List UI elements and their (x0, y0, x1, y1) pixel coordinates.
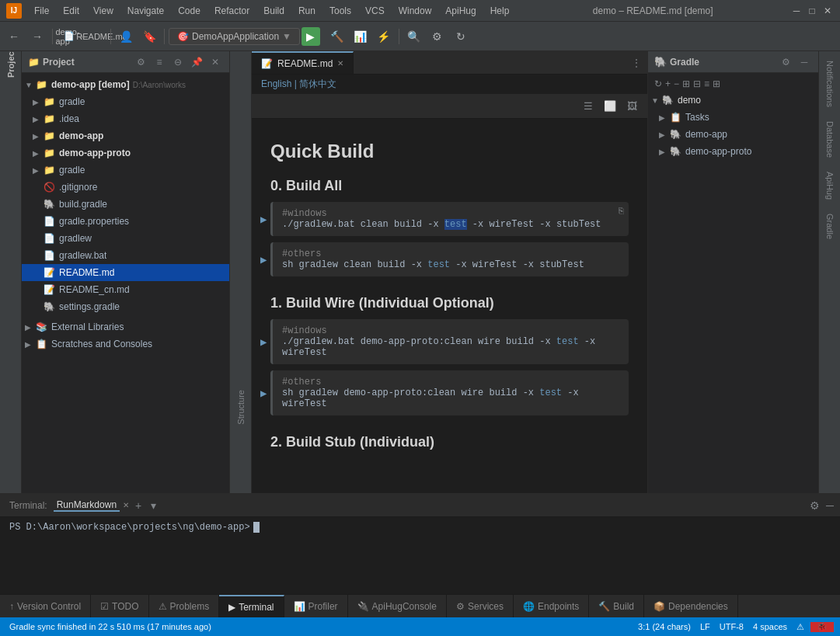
close-button[interactable]: ✕ (821, 5, 834, 17)
tree-settings-gradle[interactable]: ▶ 🐘 settings.gradle (22, 298, 229, 315)
tab-apihug-console[interactable]: 🔌 ApiHugConsole (348, 595, 447, 617)
tab-endpoints[interactable]: 🌐 Endpoints (514, 595, 589, 617)
sidebar-project-tab[interactable]: Project (2, 54, 19, 71)
gradle-settings-btn[interactable]: ⚙ (778, 54, 793, 70)
structure-label[interactable]: Structure (233, 384, 249, 431)
tree-readme-cn[interactable]: ▶ 📝 README_cn.md (22, 281, 229, 298)
project-close-btn[interactable]: ✕ (207, 54, 223, 70)
terminal-minimize[interactable]: ─ (826, 499, 834, 512)
status-warning-icon[interactable]: ⚠ (793, 622, 807, 632)
tab-version-control[interactable]: ↑ Version Control (0, 595, 91, 617)
gradle-tab[interactable]: Gradle (822, 207, 838, 245)
menu-build[interactable]: Build (257, 4, 291, 18)
expand-btn-0-1[interactable]: ▶ (260, 253, 267, 266)
editor-image-btn[interactable]: 🖼 (622, 97, 641, 116)
menu-bar[interactable]: File Edit View Navigate Code Refactor Bu… (28, 4, 515, 18)
gradle-demo-app[interactable]: ▶ 🐘 demo-app (648, 126, 818, 143)
coverage-button[interactable]: 📊 (350, 26, 371, 47)
gradle-minimize-btn[interactable]: ─ (796, 54, 812, 70)
project-collapse-btn[interactable]: ⊖ (170, 54, 186, 70)
tab-services[interactable]: ⚙ Services (447, 595, 514, 617)
gradle-demo-app-proto[interactable]: ▶ 🐘 demo-app-proto (648, 143, 818, 160)
run-button[interactable]: ▶ (301, 27, 320, 46)
tree-root[interactable]: ▼ 📁 demo-app [demo] D:\Aaron\works (22, 76, 229, 93)
back-button[interactable]: ← (3, 26, 25, 47)
gradle-collapse-btn[interactable]: ⊟ (693, 78, 701, 89)
expand-btn-1-1[interactable]: ▶ (260, 387, 267, 400)
menu-code[interactable]: Code (172, 4, 207, 18)
menu-file[interactable]: File (28, 4, 55, 18)
tree-gitignore[interactable]: ▶ 🚫 .gitignore (22, 179, 229, 196)
terminal-active-tab[interactable]: RunMarkdown (54, 499, 120, 512)
project-expand-btn[interactable]: ≡ (152, 54, 167, 70)
status-indent[interactable]: 4 spaces (750, 622, 790, 632)
project-pin-btn[interactable]: 📌 (189, 54, 204, 70)
menu-tools[interactable]: Tools (323, 4, 357, 18)
update-button[interactable]: ↻ (450, 26, 472, 47)
terminal-dropdown[interactable]: ▾ (148, 499, 159, 512)
tab-todo[interactable]: ☑ TODO (91, 595, 148, 617)
breadcrumb-file[interactable]: 📄 README.md (85, 26, 106, 47)
expand-btn-1-0[interactable]: ▶ (260, 335, 267, 349)
editor-list-btn[interactable]: ☰ (579, 97, 598, 116)
tree-external-libraries[interactable]: ▶ 📚 External Libraries (22, 318, 229, 335)
build-button[interactable]: 🔨 (326, 26, 348, 47)
tab-profiler[interactable]: 📊 Profiler (284, 595, 348, 617)
tab-terminal[interactable]: ▶ Terminal (219, 595, 284, 617)
project-settings-btn[interactable]: ⚙ (133, 54, 148, 70)
gradle-grid-btn[interactable]: ⊞ (713, 78, 720, 89)
forward-button[interactable]: → (26, 26, 48, 47)
gradle-tasks[interactable]: ▶ 📋 Tasks (648, 109, 818, 126)
vcs-button[interactable]: 👤 (115, 26, 137, 47)
maximize-button[interactable]: □ (806, 5, 818, 17)
status-line-ending[interactable]: LF (697, 622, 713, 632)
run-config-selector[interactable]: 🎯 DemoAppApplication ▼ (169, 28, 300, 45)
tab-dependencies[interactable]: 📦 Dependencies (644, 595, 738, 617)
menu-vcs[interactable]: VCS (359, 4, 391, 18)
tab-problems[interactable]: ⚠ Problems (149, 595, 220, 617)
tree-gradlew-bat[interactable]: ▶ 📄 gradlew.bat (22, 247, 229, 264)
chinese-link[interactable]: 简休中文 (299, 78, 336, 89)
settings-button[interactable]: ⚙ (427, 26, 448, 47)
profile-button[interactable]: ⚡ (373, 26, 395, 47)
tree-demo-app[interactable]: ▶ 📁 demo-app (22, 127, 229, 144)
terminal-tab-close[interactable]: ✕ (123, 501, 129, 509)
menu-run[interactable]: Run (292, 4, 322, 18)
editor-tab-more[interactable]: ⋮ (626, 51, 647, 74)
menu-window[interactable]: Window (392, 4, 438, 18)
tree-gradlew[interactable]: ▶ 📄 gradlew (22, 230, 229, 247)
terminal-settings[interactable]: ⚙ (810, 499, 820, 512)
database-tab[interactable]: Database (822, 115, 838, 164)
gradle-add-btn[interactable]: + (665, 78, 671, 89)
status-error[interactable]: 🐞 (810, 622, 834, 632)
menu-edit[interactable]: Edit (57, 4, 85, 18)
gradle-expand-all-btn[interactable]: ⊞ (682, 78, 690, 89)
menu-view[interactable]: View (87, 4, 120, 18)
tree-scratches[interactable]: ▶ 📋 Scratches and Consoles (22, 335, 229, 353)
editor-tab-close[interactable]: ✕ (337, 59, 343, 68)
minimize-button[interactable]: ─ (790, 5, 803, 17)
terminal-add-tab[interactable]: + (132, 499, 145, 512)
expand-btn-0-0[interactable]: ▶ (260, 213, 267, 226)
english-link[interactable]: English (261, 78, 291, 89)
tree-build-gradle[interactable]: ▶ 🐘 build.gradle (22, 196, 229, 213)
window-controls[interactable]: ─ □ ✕ (790, 5, 834, 17)
menu-apihug[interactable]: ApiHug (439, 4, 482, 18)
gradle-settings-icon[interactable]: ≡ (704, 78, 709, 89)
editor-split-btn[interactable]: ⬜ (601, 97, 619, 116)
tree-idea[interactable]: ▶ 📁 .idea (22, 110, 229, 127)
apihug-tab[interactable]: ApiHug (822, 165, 838, 206)
editor-tab-readme[interactable]: 📝 README.md ✕ (252, 51, 354, 74)
gradle-root[interactable]: ▼ 🐘 demo (648, 92, 818, 109)
search-button[interactable]: 🔍 (403, 26, 425, 47)
gradle-minus-btn[interactable]: − (674, 78, 679, 89)
tree-readme-md[interactable]: ▶ 📝 README.md (22, 264, 229, 281)
tab-build[interactable]: 🔨 Build (589, 595, 644, 617)
status-encoding[interactable]: UTF-8 (716, 622, 747, 632)
copy-icon-0-0[interactable]: ⎘ (619, 207, 624, 216)
tree-gradle[interactable]: ▶ 📁 gradle (22, 93, 229, 110)
status-message[interactable]: Gradle sync finished in 22 s 510 ms (17 … (6, 622, 214, 631)
tree-demo-app-proto[interactable]: ▶ 📁 demo-app-proto (22, 144, 229, 162)
status-position[interactable]: 3:1 (24 chars) (635, 622, 694, 632)
gradle-refresh-btn[interactable]: ↻ (654, 78, 662, 89)
